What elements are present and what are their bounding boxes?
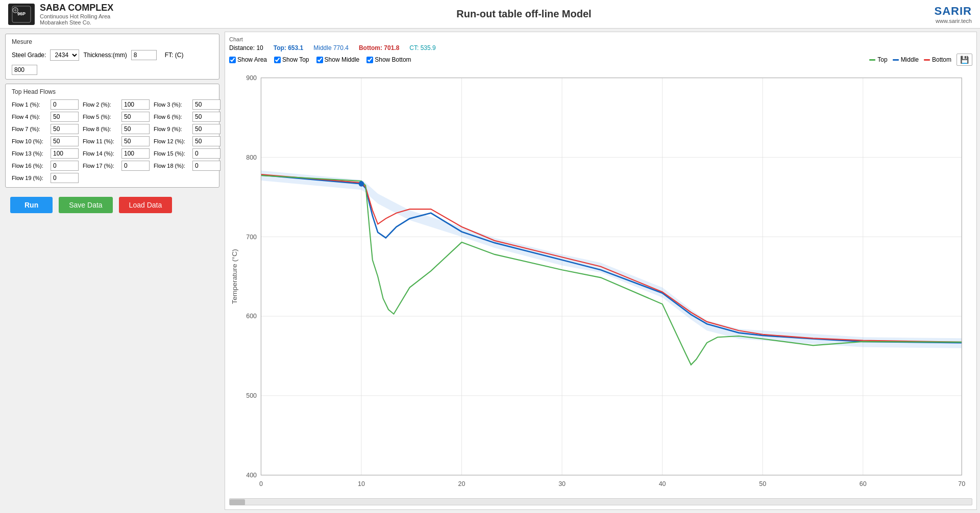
show-middle-label[interactable]: Show Middle (316, 56, 360, 63)
flow-input-4[interactable] (51, 112, 79, 122)
flow-item-14: Flow 14 (%): (83, 148, 150, 159)
bottom-info: Bottom: 701.8 (359, 44, 399, 52)
flow-label-9: Flow 9 (%): (154, 126, 190, 132)
company-info: SABA COMPLEX Continuous Hot Rolling Area… (40, 3, 113, 25)
flow-item-12: Flow 12 (%): (154, 136, 220, 146)
thickness-input[interactable] (131, 50, 157, 60)
svg-text:10: 10 (358, 480, 365, 488)
flow-label-12: Flow 12 (%): (154, 138, 190, 144)
sarir-url: www.sarir.tech (935, 18, 972, 24)
flow-label-13: Flow 13 (%): (12, 150, 48, 157)
flow-item-1: Flow 1 (%): (12, 99, 79, 110)
flow-input-10[interactable] (51, 136, 79, 146)
company-sub1: Continuous Hot Rolling Area (40, 13, 113, 19)
flow-label-14: Flow 14 (%): (83, 150, 119, 157)
flow-label-7: Flow 7 (%): (12, 126, 48, 132)
flow-input-17[interactable] (121, 161, 150, 171)
save-data-button[interactable]: Save Data (59, 197, 112, 213)
flow-item-4: Flow 4 (%): (12, 112, 79, 122)
flow-input-2[interactable] (121, 99, 150, 110)
flow-input-14[interactable] (121, 148, 150, 159)
show-bottom-text: Show Bottom (375, 56, 411, 63)
flow-input-12[interactable] (192, 136, 220, 146)
flow-item-11: Flow 11 (%): (83, 136, 150, 146)
save-chart-button[interactable]: 💾 (957, 54, 972, 66)
left-panel: Mesure Steel Grade: 2434 2435 2436 Thick… (0, 29, 225, 513)
flow-input-3[interactable] (192, 99, 220, 110)
load-data-button[interactable]: Load Data (119, 197, 173, 213)
flow-label-11: Flow 11 (%): (83, 138, 119, 144)
legend-area: Top Middle Bottom 💾 (869, 54, 972, 66)
svg-text:70: 70 (958, 480, 965, 488)
flows-title: Top Head Flows (12, 88, 213, 95)
show-area-checkbox[interactable] (229, 57, 236, 63)
top-info: Top: 653.1 (274, 44, 303, 52)
sarir-logo: SARIR www.sarir.tech (935, 5, 972, 24)
flow-input-5[interactable] (121, 112, 150, 122)
mesure-section: Mesure Steel Grade: 2434 2435 2436 Thick… (5, 34, 219, 80)
ct-info: CT: 535.9 (409, 44, 435, 52)
svg-text:900: 900 (246, 74, 257, 82)
distance-info: Distance: 10 (229, 44, 263, 52)
svg-text:600: 600 (246, 312, 257, 320)
ft-input[interactable] (12, 65, 37, 75)
show-bottom-checkbox[interactable] (366, 57, 373, 63)
legend-top: Top (869, 56, 887, 63)
mesure-title: Mesure (12, 38, 213, 45)
svg-text:800: 800 (246, 153, 257, 161)
flow-label-16: Flow 16 (%): (12, 163, 48, 169)
flow-label-3: Flow 3 (%): (154, 101, 190, 108)
flow-input-16[interactable] (51, 161, 79, 171)
company-name: SABA COMPLEX (40, 3, 113, 13)
flow-input-18[interactable] (192, 161, 220, 171)
flow-input-7[interactable] (51, 124, 79, 134)
flows-section: Top Head Flows Flow 1 (%): Flow 2 (%): F… (5, 84, 219, 188)
show-top-label[interactable]: Show Top (274, 56, 309, 63)
flow-item-13: Flow 13 (%): (12, 148, 79, 159)
flow-item-16: Flow 16 (%): (12, 161, 79, 171)
steel-grade-label: Steel Grade: (12, 52, 46, 59)
flow-label-6: Flow 6 (%): (154, 114, 190, 120)
bottom-label: Bottom: (359, 44, 382, 52)
show-bottom-label[interactable]: Show Bottom (366, 56, 411, 63)
flow-item-10: Flow 10 (%): (12, 136, 79, 146)
company-logo-icon: 96P (11, 5, 32, 23)
svg-text:700: 700 (246, 233, 257, 240)
flow-input-11[interactable] (121, 136, 150, 146)
steel-grade-select[interactable]: 2434 2435 2436 (50, 49, 79, 61)
flow-input-8[interactable] (121, 124, 150, 134)
svg-text:500: 500 (246, 392, 257, 399)
thickness-label: Thickness:(mm) (83, 52, 127, 59)
show-middle-checkbox[interactable] (316, 57, 323, 63)
svg-text:20: 20 (458, 480, 465, 488)
svg-text:40: 40 (659, 480, 666, 488)
flows-grid: Flow 1 (%): Flow 2 (%): Flow 3 (%): Flow… (12, 99, 213, 183)
flow-input-19[interactable] (51, 173, 79, 183)
flow-label-10: Flow 10 (%): (12, 138, 48, 144)
flow-input-15[interactable] (192, 148, 220, 159)
legend-middle-dot (893, 59, 899, 61)
chart-scrollbar[interactable] (229, 498, 972, 505)
flow-input-13[interactable] (51, 148, 79, 159)
ct-value: 535.9 (421, 44, 436, 52)
flow-item-8: Flow 8 (%): (83, 124, 150, 134)
chart-info-bar: Distance: 10 Top: 653.1 Middle 770.4 Bot… (229, 44, 972, 52)
legend-top-dot (869, 59, 875, 61)
show-area-label[interactable]: Show Area (229, 56, 267, 63)
svg-text:60: 60 (860, 480, 867, 488)
svg-rect-5 (229, 67, 972, 497)
ct-label: CT: (409, 44, 419, 52)
show-middle-text: Show Middle (325, 56, 360, 63)
svg-text:Temperature (°C): Temperature (°C) (231, 249, 238, 304)
flow-input-1[interactable] (51, 99, 79, 110)
flow-item-17: Flow 17 (%): (83, 161, 150, 171)
flow-item-3: Flow 3 (%): (154, 99, 220, 110)
flow-input-6[interactable] (192, 112, 220, 122)
flow-input-9[interactable] (192, 124, 220, 134)
scrollbar-thumb[interactable] (230, 499, 245, 505)
legend-bottom-label: Bottom (932, 56, 951, 63)
flow-item-19: Flow 19 (%): (12, 173, 79, 183)
show-top-checkbox[interactable] (274, 57, 281, 63)
run-button[interactable]: Run (10, 197, 53, 213)
ft-label: FT: (C) (165, 52, 184, 59)
